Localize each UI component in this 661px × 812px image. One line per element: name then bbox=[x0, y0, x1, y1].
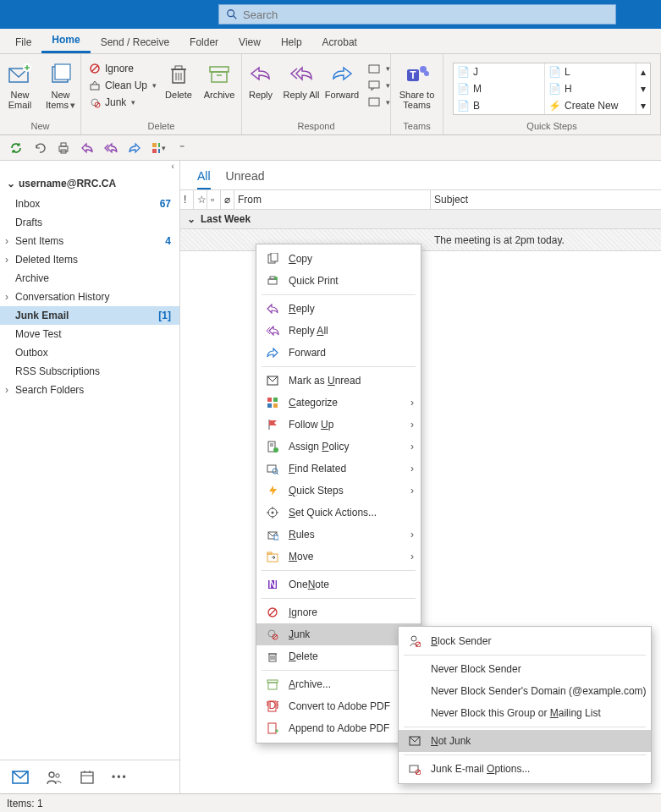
move-folder-icon: 📄 bbox=[457, 83, 470, 95]
ctx-reply[interactable]: Reply bbox=[256, 298, 421, 320]
column-headers[interactable]: ! ☆ ▫ ⌀ From Subject bbox=[180, 189, 661, 210]
collapse-folder-pane[interactable]: ‹ bbox=[0, 161, 179, 173]
ctx-move[interactable]: Move bbox=[256, 546, 421, 568]
calendar-nav-icon[interactable] bbox=[80, 770, 95, 785]
quicksteps-down[interactable]: ▾ bbox=[636, 80, 650, 97]
folder-sent-items[interactable]: ›Sent Items4 bbox=[0, 232, 179, 250]
folder-junk-email[interactable]: Junk Email[1] bbox=[0, 306, 179, 325]
menu-bar: File Home Send / Receive Folder View Hel… bbox=[0, 29, 661, 54]
ctx-findrelated[interactable]: Find Related bbox=[256, 458, 421, 480]
menu-acrobat[interactable]: Acrobat bbox=[312, 31, 367, 53]
sync-icon[interactable] bbox=[8, 140, 24, 156]
col-importance[interactable]: ! bbox=[180, 190, 194, 209]
junk-notjunk[interactable]: Not Junk bbox=[399, 730, 651, 752]
more-respond-button[interactable]: ▾ bbox=[366, 95, 392, 110]
ctx-ignore[interactable]: Ignore bbox=[256, 601, 421, 623]
menu-help[interactable]: Help bbox=[271, 31, 312, 53]
junk-block[interactable]: Block Sender bbox=[399, 630, 651, 652]
menu-home[interactable]: Home bbox=[41, 29, 90, 53]
menu-folder[interactable]: Folder bbox=[179, 31, 229, 53]
folder-move-test[interactable]: Move Test bbox=[0, 325, 179, 343]
account-header[interactable]: ⌄username@RRC.CA bbox=[0, 173, 179, 195]
ctx-archive[interactable]: Archive... bbox=[256, 673, 421, 695]
reply-button[interactable]: Reply bbox=[240, 58, 281, 100]
ctx-junk[interactable]: Junk bbox=[256, 623, 421, 645]
search-input[interactable] bbox=[243, 8, 609, 21]
new-items-button[interactable]: New Items▾ bbox=[41, 58, 81, 110]
forward-button[interactable]: Forward bbox=[322, 58, 362, 100]
quicksteps-up[interactable]: ▴ bbox=[636, 63, 650, 80]
im-button[interactable]: ▾ bbox=[366, 78, 392, 93]
col-attachment[interactable]: ⌀ bbox=[221, 190, 234, 209]
ctx-replyall[interactable]: Reply All bbox=[256, 320, 421, 342]
folder-drafts[interactable]: Drafts bbox=[0, 213, 179, 232]
more-nav-icon[interactable]: ••• bbox=[112, 771, 128, 783]
col-icon[interactable]: ▫ bbox=[207, 190, 221, 209]
tab-unread[interactable]: Unread bbox=[226, 169, 265, 189]
junk-icon bbox=[265, 627, 280, 642]
quick-steps-gallery[interactable]: 📄J 📄L ▴ 📄M 📄H ▾ 📄B ⚡Create New ▾ bbox=[453, 63, 651, 115]
reply-all-button[interactable]: Reply All bbox=[281, 58, 322, 100]
quickstep-l[interactable]: 📄L bbox=[545, 63, 636, 80]
tab-all[interactable]: All bbox=[197, 169, 211, 189]
ctx-setquick[interactable]: Set Quick Actions... bbox=[256, 502, 421, 524]
ctx-convertpdf[interactable]: PDFConvert to Adobe PDF bbox=[256, 695, 421, 717]
reply-qat-icon[interactable] bbox=[80, 140, 95, 156]
ctx-followup[interactable]: Follow Up bbox=[256, 414, 421, 436]
mail-nav-icon[interactable] bbox=[12, 771, 29, 784]
col-subject[interactable]: Subject bbox=[431, 190, 661, 209]
view-switch-icon[interactable]: ▾ bbox=[151, 140, 166, 156]
folder-search-folders[interactable]: ›Search Folders bbox=[0, 381, 179, 399]
ignore-button[interactable]: Ignore bbox=[86, 61, 158, 76]
ctx-rules[interactable]: Rules bbox=[256, 524, 421, 546]
junk-button[interactable]: Junk▾ bbox=[86, 95, 158, 110]
ctx-markunread[interactable]: Mark as Unread bbox=[256, 370, 421, 392]
forward-qat-icon[interactable] bbox=[127, 140, 142, 156]
svg-line-61 bbox=[277, 473, 278, 475]
archive-button[interactable]: Archive bbox=[199, 58, 240, 100]
folder-rss-subscriptions[interactable]: RSS Subscriptions bbox=[0, 362, 179, 381]
ctx-appendpdf[interactable]: Append to Adobe PDF bbox=[256, 717, 421, 739]
menu-view[interactable]: View bbox=[229, 31, 271, 53]
new-email-button[interactable]: New Email bbox=[0, 58, 41, 110]
share-teams-button[interactable]: T Share to Teams bbox=[394, 58, 441, 110]
menu-send-receive[interactable]: Send / Receive bbox=[91, 31, 179, 53]
ctx-delete[interactable]: Delete bbox=[256, 645, 421, 667]
svg-rect-50 bbox=[267, 398, 272, 402]
ctx-quicksteps[interactable]: Quick Steps bbox=[256, 480, 421, 502]
folder-inbox[interactable]: Inbox67 bbox=[0, 195, 179, 213]
folder-conversation-history[interactable]: ›Conversation History bbox=[0, 288, 179, 306]
quickstep-create[interactable]: ⚡Create New bbox=[545, 97, 636, 114]
ctx-quickprint[interactable]: Quick Print bbox=[256, 270, 421, 292]
delete-button[interactable]: Delete bbox=[158, 58, 199, 100]
junk-neverdomain[interactable]: Never Block Sender's Domain (@example.co… bbox=[399, 680, 651, 702]
print-icon[interactable] bbox=[56, 140, 71, 156]
ctx-onenote[interactable]: NOneNote bbox=[256, 573, 421, 595]
quickstep-j[interactable]: 📄J bbox=[454, 63, 545, 80]
quickstep-b[interactable]: 📄B bbox=[454, 97, 545, 114]
reply-all-qat-icon[interactable] bbox=[103, 140, 118, 156]
qat-overflow-icon[interactable]: ⁼ bbox=[174, 140, 190, 156]
ctx-categorize[interactable]: Categorize bbox=[256, 392, 421, 414]
search-box[interactable] bbox=[218, 4, 616, 25]
people-nav-icon[interactable] bbox=[46, 770, 63, 785]
quickstep-m[interactable]: 📄M bbox=[454, 80, 545, 97]
cleanup-button[interactable]: Clean Up▾ bbox=[86, 78, 158, 93]
junk-neverblock[interactable]: Never Block Sender bbox=[399, 658, 651, 680]
junk-nevergroup[interactable]: Never Block this Group or Mailing List bbox=[399, 702, 651, 724]
quicksteps-more[interactable]: ▾ bbox=[636, 97, 650, 114]
menu-file[interactable]: File bbox=[5, 31, 41, 53]
ctx-assignpolicy[interactable]: Assign Policy bbox=[256, 436, 421, 458]
meeting-button[interactable]: ▾ bbox=[366, 61, 392, 76]
quickstep-h[interactable]: 📄H bbox=[545, 80, 636, 97]
folder-outbox[interactable]: Outbox bbox=[0, 343, 179, 362]
undo-icon[interactable] bbox=[32, 140, 47, 156]
group-header-last-week[interactable]: ⌄Last Week bbox=[180, 210, 661, 229]
col-from[interactable]: From bbox=[234, 190, 431, 209]
folder-archive[interactable]: Archive bbox=[0, 269, 179, 288]
folder-deleted-items[interactable]: ›Deleted Items bbox=[0, 250, 179, 269]
col-reminder[interactable]: ☆ bbox=[194, 190, 207, 209]
ctx-copy[interactable]: Copy bbox=[256, 248, 421, 270]
junk-options[interactable]: Junk E-mail Options... bbox=[399, 758, 651, 780]
ctx-forward[interactable]: Forward bbox=[256, 342, 421, 364]
